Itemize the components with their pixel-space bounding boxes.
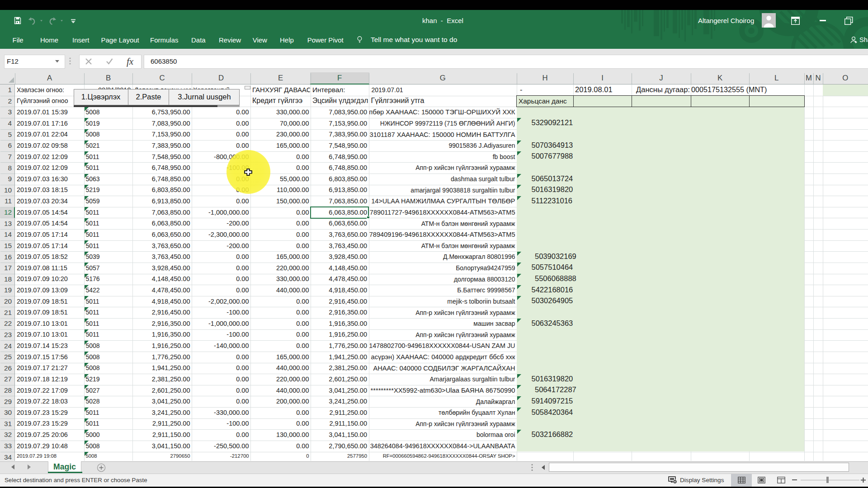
svg-text:fx: fx — [127, 57, 134, 67]
